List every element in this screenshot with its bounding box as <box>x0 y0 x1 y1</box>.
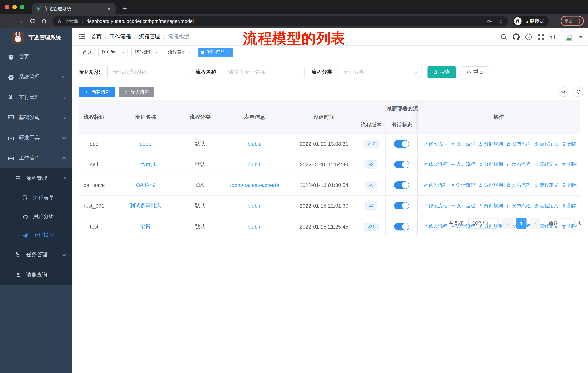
sidebar-item-infrastructure[interactable]: 基础设施 <box>0 107 72 128</box>
action-link-definition-clip[interactable]: 流程定义 <box>534 202 558 209</box>
sidebar-item-home[interactable]: 首页 <box>0 47 72 67</box>
action-link-delete-trash[interactable]: 删除 <box>562 141 577 147</box>
action-link-delete-trash[interactable]: 删除 <box>562 161 577 168</box>
prev-page-button[interactable]: ‹ <box>502 218 513 229</box>
import-process-button[interactable]: 导入流程 <box>119 87 154 97</box>
form-info-link[interactable]: biubiu <box>248 141 262 147</box>
goto-page-input[interactable]: 1 <box>561 218 575 228</box>
breadcrumb-process-management[interactable]: 流程管理 <box>139 33 160 40</box>
back-button[interactable]: ← <box>5 17 12 25</box>
action-link-publish-thumb[interactable]: 发布流程 <box>506 182 531 188</box>
sidebar-fold-button[interactable] <box>78 33 86 40</box>
url-text[interactable]: dashboard.yudao.iocoder.cn/bpm/manager/m… <box>86 18 487 24</box>
sidebar-item-system[interactable]: 系统管理 <box>0 67 72 87</box>
bookmark-star-icon[interactable]: ☆ <box>498 18 504 24</box>
sidebar-item-task-management[interactable]: 任务管理 <box>0 245 72 265</box>
page-size-select[interactable]: 10条/页 <box>468 218 499 229</box>
window-zoom-button[interactable] <box>20 5 24 10</box>
filter-key-input[interactable]: 请输入流程标识 <box>107 66 188 79</box>
browser-tab[interactable]: 芋道管理系统 ✕ <box>32 3 116 14</box>
search-button[interactable]: 搜索 <box>427 66 456 78</box>
action-link-edit[interactable]: 修改流程 <box>423 223 447 230</box>
help-icon[interactable]: ? <box>524 32 533 42</box>
filter-category-select[interactable]: 流程分类 <box>337 66 422 79</box>
sidebar-item-process-management[interactable]: 流程管理 <box>0 168 72 189</box>
action-link-definition-clip[interactable]: 流程定义 <box>534 161 558 168</box>
sidebar-item-leave-query[interactable]: 请假查询 <box>0 265 72 285</box>
sidebar-item-devtools[interactable]: 研发工具 <box>0 128 72 148</box>
action-link-design-gear[interactable]: 设计流程 <box>451 141 475 147</box>
action-link-assign-user[interactable]: 分配规则 <box>478 182 503 188</box>
breadcrumb-workflow[interactable]: 工作流程 <box>110 33 131 40</box>
sidebar-item-payment[interactable]: ¥ 支付管理 <box>0 87 72 107</box>
active-toggle[interactable] <box>394 161 409 168</box>
show-search-button[interactable] <box>558 86 568 97</box>
new-tab-button[interactable]: + <box>119 3 130 14</box>
action-link-delete-trash[interactable]: 删除 <box>562 182 577 188</box>
password-key-icon[interactable] <box>487 18 493 24</box>
action-link-publish-thumb[interactable]: 发布流程 <box>506 141 531 147</box>
tag-home[interactable]: 首页 <box>79 47 95 57</box>
process-name-link[interactable]: OA 请假 <box>136 182 155 189</box>
tag-my-process[interactable]: 我的流程× <box>131 47 161 57</box>
action-link-publish-thumb[interactable]: 发布流程 <box>506 161 531 168</box>
action-link-assign-user[interactable]: 分配规则 <box>478 141 503 147</box>
action-link-assign-user[interactable]: 分配规则 <box>478 202 503 209</box>
avatar-caret-icon[interactable] <box>579 36 583 38</box>
process-name-link[interactable]: 测试多审批人 <box>130 202 161 209</box>
action-link-design-gear[interactable]: 设计流程 <box>451 182 475 188</box>
current-page-button[interactable]: 1 <box>516 218 526 229</box>
github-icon[interactable] <box>511 32 521 42</box>
address-bar[interactable]: 不安全 dashboard.yudao.iocoder.cn/bpm/manag… <box>52 16 508 26</box>
logo[interactable]: 芋道管理系统 <box>0 28 72 47</box>
active-toggle[interactable] <box>394 223 409 230</box>
process-name-link[interactable]: 滔博 <box>140 223 151 230</box>
tag-process-form[interactable]: 流程表单× <box>165 47 194 57</box>
tag-close-icon[interactable]: × <box>189 50 191 55</box>
reset-button[interactable]: 重置 <box>461 66 489 78</box>
refresh-table-button[interactable] <box>573 86 584 97</box>
avatar[interactable] <box>562 30 576 44</box>
action-link-publish-thumb[interactable]: 发布流程 <box>506 202 531 209</box>
active-toggle[interactable] <box>394 202 409 210</box>
create-process-button[interactable]: ＋ 新建流程 <box>79 87 115 97</box>
reload-button[interactable] <box>28 17 36 25</box>
action-link-edit[interactable]: 修改流程 <box>423 202 447 209</box>
action-link-delete-trash[interactable]: 删除 <box>562 202 577 209</box>
breadcrumb-home[interactable]: 首页 <box>91 33 102 40</box>
sidebar-item-user-group[interactable]: 用户分组 <box>0 207 72 226</box>
tag-tenant[interactable]: 租户管理× <box>98 47 128 57</box>
home-button[interactable] <box>41 17 48 25</box>
browser-menu-icon[interactable] <box>579 19 580 23</box>
fullscreen-icon[interactable] <box>536 32 546 42</box>
action-link-definition-clip[interactable]: 流程定义 <box>534 182 558 188</box>
active-toggle[interactable] <box>394 181 409 189</box>
sidebar-item-process-model[interactable]: 流程模型 <box>0 226 72 245</box>
tab-close-icon[interactable]: ✕ <box>106 5 112 12</box>
active-toggle[interactable] <box>394 140 409 148</box>
action-link-edit[interactable]: 修改流程 <box>423 161 447 168</box>
form-info-link[interactable]: biubiu <box>248 161 262 168</box>
form-info-link[interactable]: biubiu <box>248 203 262 209</box>
browser-update-button[interactable]: 更新 <box>561 16 584 26</box>
form-info-link[interactable]: /bpm/oa/leave/create <box>230 182 279 188</box>
action-link-edit[interactable]: 修改流程 <box>423 182 447 188</box>
tag-close-icon[interactable]: × <box>156 50 158 55</box>
process-name-link[interactable]: 自己审批 <box>135 161 156 168</box>
action-link-assign-user[interactable]: 分配规则 <box>478 161 503 168</box>
tag-close-icon[interactable]: × <box>227 50 229 55</box>
next-page-button[interactable]: › <box>530 218 540 229</box>
form-info-link[interactable]: biubiu <box>248 223 262 230</box>
process-name-link[interactable]: eeee <box>140 141 151 147</box>
action-link-design-gear[interactable]: 设计流程 <box>451 161 475 168</box>
window-minimize-button[interactable] <box>12 5 17 10</box>
sidebar-item-process-form[interactable]: 流程表单 <box>0 189 72 207</box>
filter-name-input[interactable]: 请输入流程名称 <box>223 66 304 79</box>
action-link-edit[interactable]: 修改流程 <box>423 141 447 147</box>
window-close-button[interactable] <box>5 5 10 10</box>
font-size-icon[interactable]: TT <box>548 32 558 42</box>
sidebar-item-workflow[interactable]: 工作流程 <box>0 148 72 168</box>
action-link-definition-clip[interactable]: 流程定义 <box>534 141 558 147</box>
tag-process-model[interactable]: 流程模型× <box>198 47 233 57</box>
tag-close-icon[interactable]: × <box>122 50 125 55</box>
